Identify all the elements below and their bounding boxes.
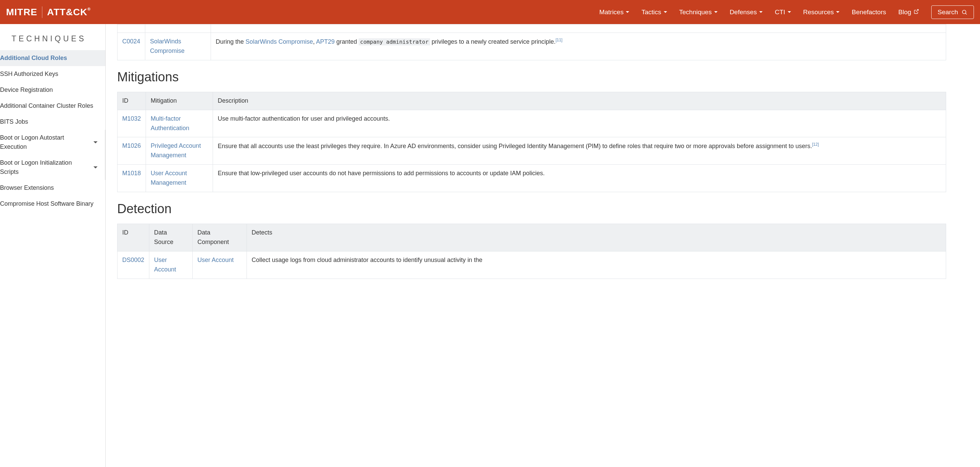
nav-matrices[interactable]: Matrices	[600, 8, 630, 16]
link-solarwinds[interactable]: SolarWinds Compromise	[245, 38, 313, 45]
caret-down-icon	[626, 11, 629, 13]
sidebar-item-additional-container-cluster-roles[interactable]: Additional Container Cluster Roles	[0, 98, 105, 114]
mitigation-id-link[interactable]: M1018	[122, 170, 141, 177]
caret-down-icon	[759, 11, 763, 13]
link-apt29[interactable]: APT29	[316, 38, 334, 45]
detection-id-link[interactable]: DS0002	[122, 257, 144, 263]
mitigation-desc: Ensure that all accounts use the least p…	[213, 137, 946, 165]
sidebar-item-device-registration[interactable]: Device Registration	[0, 82, 105, 98]
detection-component-link[interactable]: User Account	[197, 257, 234, 263]
table-row: DS0002 User Account User Account Collect…	[118, 251, 946, 279]
external-link-icon	[914, 8, 919, 16]
campaign-table: C0024 SolarWinds Compromise During the S…	[117, 24, 946, 60]
search-label: Search	[938, 8, 958, 16]
sidebar-item-boot-init-scripts[interactable]: Boot or Logon Initialization Scripts	[0, 155, 105, 180]
sidebar-item-ssh-authorized-keys[interactable]: SSH Authorized Keys	[0, 66, 105, 82]
col-description: Description	[213, 92, 946, 110]
campaign-description: During the SolarWinds Compromise, APT29 …	[211, 33, 946, 60]
brand-mitre: MITRE	[6, 7, 37, 18]
svg-point-1	[963, 10, 966, 14]
col-id: ID	[118, 224, 150, 252]
col-data-component: Data Component	[192, 224, 247, 252]
nav-techniques[interactable]: Techniques	[679, 8, 718, 16]
mitigation-id-link[interactable]: M1032	[122, 115, 141, 122]
brand-divider	[42, 6, 42, 18]
mitigation-name-link[interactable]: Privileged Account Management	[151, 142, 201, 159]
table-row: M1032 Multi-factor Authentication Use mu…	[118, 110, 946, 137]
detection-desc: Collect usage logs from cloud administra…	[247, 251, 946, 279]
table-row: M1018 User Account Management Ensure tha…	[118, 165, 946, 192]
sidebar-item-boot-autostart[interactable]: Boot or Logon Autostart Execution	[0, 130, 105, 155]
caret-down-icon	[714, 11, 718, 13]
chevron-down-icon	[94, 166, 97, 169]
mitigations-table: ID Mitigation Description M1032 Multi-fa…	[117, 92, 946, 192]
mitigation-name-link[interactable]: User Account Management	[151, 170, 187, 186]
sidebar-title: TECHNIQUES	[0, 34, 105, 50]
col-id: ID	[118, 92, 146, 110]
sidebar-item-additional-cloud-roles[interactable]: Additional Cloud Roles	[0, 50, 105, 66]
sidebar: TECHNIQUES Additional Cloud Roles SSH Au…	[0, 24, 106, 467]
nav-links: Matrices Tactics Techniques Defenses CTI…	[600, 8, 919, 16]
col-mitigation: Mitigation	[146, 92, 213, 110]
detection-table: ID Data Source Data Component Detects DS…	[117, 224, 946, 279]
nav-resources[interactable]: Resources	[803, 8, 840, 16]
search-button[interactable]: Search	[931, 5, 974, 19]
col-detects: Detects	[247, 224, 946, 252]
nav-defenses[interactable]: Defenses	[730, 8, 763, 16]
mitigation-name-link[interactable]: Multi-factor Authentication	[151, 115, 189, 131]
svg-line-2	[966, 13, 967, 14]
code-text: company administrator	[359, 38, 430, 45]
table-row: C0024 SolarWinds Compromise During the S…	[118, 33, 946, 60]
search-icon	[961, 9, 967, 15]
nav-cti[interactable]: CTI	[775, 8, 791, 16]
caret-down-icon	[788, 11, 791, 13]
nav-tactics[interactable]: Tactics	[641, 8, 667, 16]
detection-source-link[interactable]: User Account	[154, 257, 176, 273]
table-row: M1026 Privileged Account Management Ensu…	[118, 137, 946, 165]
sidebar-item-compromise-host-binary[interactable]: Compromise Host Software Binary	[0, 196, 105, 212]
chevron-down-icon	[94, 141, 97, 143]
nav-benefactors[interactable]: Benefactors	[852, 8, 886, 16]
top-navbar: MITRE ATT&CK® Matrices Tactics Technique…	[0, 0, 980, 24]
citation-link[interactable]: [11]	[556, 38, 562, 42]
campaign-id-link[interactable]: C0024	[122, 38, 140, 45]
caret-down-icon	[836, 11, 840, 13]
sidebar-item-browser-extensions[interactable]: Browser Extensions	[0, 180, 105, 196]
brand-attack: ATT&CK®	[47, 7, 91, 18]
main-content: C0024 SolarWinds Compromise During the S…	[106, 24, 980, 467]
mitigation-id-link[interactable]: M1026	[122, 142, 141, 149]
brand-logo[interactable]: MITRE ATT&CK®	[6, 6, 91, 18]
sidebar-item-bits-jobs[interactable]: BITS Jobs	[0, 114, 105, 130]
citation-link[interactable]: [12]	[812, 142, 819, 147]
mitigation-desc: Use multi-factor authentication for user…	[213, 110, 946, 137]
detection-heading: Detection	[117, 202, 946, 216]
expand-toggle[interactable]	[91, 141, 100, 143]
expand-toggle[interactable]	[91, 166, 100, 169]
nav-blog[interactable]: Blog	[898, 8, 919, 16]
mitigations-heading: Mitigations	[117, 70, 946, 84]
col-data-source: Data Source	[150, 224, 192, 252]
svg-line-0	[916, 10, 918, 12]
campaign-name-link[interactable]: SolarWinds Compromise	[150, 38, 185, 54]
table-row	[118, 24, 946, 33]
mitigation-desc: Ensure that low-privileged user accounts…	[213, 165, 946, 192]
caret-down-icon	[664, 11, 667, 13]
